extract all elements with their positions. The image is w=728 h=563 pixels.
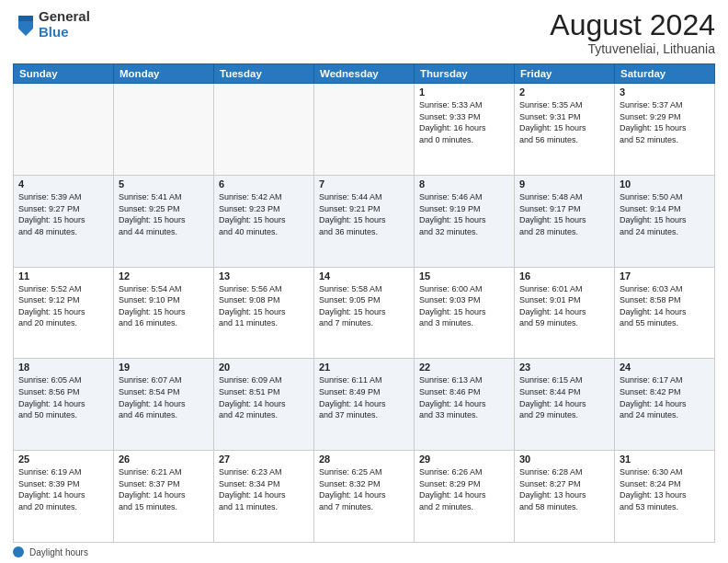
calendar-cell: [314, 84, 415, 176]
calendar-cell: 24Sunrise: 6:17 AM Sunset: 8:42 PM Dayli…: [615, 359, 715, 451]
day-info: Sunrise: 6:07 AM Sunset: 8:54 PM Dayligh…: [119, 374, 209, 420]
calendar-cell: 13Sunrise: 5:56 AM Sunset: 9:08 PM Dayli…: [214, 267, 314, 359]
logo-text: General Blue: [39, 9, 90, 40]
day-info: Sunrise: 6:00 AM Sunset: 9:03 PM Dayligh…: [419, 283, 509, 329]
header: General Blue August 2024 Tytuveneliai, L…: [13, 9, 715, 56]
calendar-cell: 29Sunrise: 6:26 AM Sunset: 8:29 PM Dayli…: [415, 451, 515, 543]
day-info: Sunrise: 6:13 AM Sunset: 8:46 PM Dayligh…: [419, 374, 509, 420]
day-info: Sunrise: 5:33 AM Sunset: 9:33 PM Dayligh…: [419, 99, 509, 145]
day-info: Sunrise: 5:35 AM Sunset: 9:31 PM Dayligh…: [519, 99, 609, 145]
day-info: Sunrise: 5:42 AM Sunset: 9:23 PM Dayligh…: [219, 191, 309, 237]
calendar-cell: 27Sunrise: 6:23 AM Sunset: 8:34 PM Dayli…: [214, 451, 314, 543]
calendar-cell: 19Sunrise: 6:07 AM Sunset: 8:54 PM Dayli…: [114, 359, 214, 451]
calendar-cell: 11Sunrise: 5:52 AM Sunset: 9:12 PM Dayli…: [14, 267, 114, 359]
day-number: 15: [419, 270, 509, 282]
day-number: 8: [419, 178, 509, 190]
day-info: Sunrise: 6:01 AM Sunset: 9:01 PM Dayligh…: [519, 283, 609, 329]
weekday-header: Monday: [114, 64, 214, 84]
calendar-cell: 23Sunrise: 6:15 AM Sunset: 8:44 PM Dayli…: [515, 359, 615, 451]
day-info: Sunrise: 6:28 AM Sunset: 8:27 PM Dayligh…: [519, 466, 609, 512]
day-number: 3: [620, 86, 710, 98]
day-number: 4: [18, 178, 108, 190]
weekday-header: Tuesday: [214, 64, 314, 84]
day-number: 11: [18, 270, 108, 282]
calendar-cell: 31Sunrise: 6:30 AM Sunset: 8:24 PM Dayli…: [615, 451, 715, 543]
day-info: Sunrise: 5:46 AM Sunset: 9:19 PM Dayligh…: [419, 191, 509, 237]
calendar-cell: 9Sunrise: 5:48 AM Sunset: 9:17 PM Daylig…: [515, 175, 615, 267]
day-number: 5: [119, 178, 209, 190]
weekday-header: Sunday: [14, 64, 114, 84]
day-info: Sunrise: 6:26 AM Sunset: 8:29 PM Dayligh…: [419, 466, 509, 512]
day-info: Sunrise: 5:56 AM Sunset: 9:08 PM Dayligh…: [219, 283, 309, 329]
day-number: 24: [620, 362, 710, 373]
day-info: Sunrise: 6:30 AM Sunset: 8:24 PM Dayligh…: [620, 466, 710, 512]
footer-dot-icon: [13, 546, 24, 557]
day-info: Sunrise: 5:50 AM Sunset: 9:14 PM Dayligh…: [620, 191, 710, 237]
calendar-cell: 17Sunrise: 6:03 AM Sunset: 8:58 PM Dayli…: [615, 267, 715, 359]
calendar-cell: 4Sunrise: 5:39 AM Sunset: 9:27 PM Daylig…: [14, 175, 114, 267]
weekday-header: Wednesday: [314, 64, 415, 84]
calendar-cell: 20Sunrise: 6:09 AM Sunset: 8:51 PM Dayli…: [214, 359, 314, 451]
footer-label: Daylight hours: [29, 547, 88, 557]
day-info: Sunrise: 5:39 AM Sunset: 9:27 PM Dayligh…: [18, 191, 108, 237]
calendar-cell: 6Sunrise: 5:42 AM Sunset: 9:23 PM Daylig…: [214, 175, 314, 267]
calendar-cell: 18Sunrise: 6:05 AM Sunset: 8:56 PM Dayli…: [14, 359, 114, 451]
day-info: Sunrise: 5:41 AM Sunset: 9:25 PM Dayligh…: [119, 191, 209, 237]
day-number: 16: [519, 270, 609, 282]
day-number: 21: [319, 362, 409, 373]
calendar-cell: 28Sunrise: 6:25 AM Sunset: 8:32 PM Dayli…: [314, 451, 415, 543]
calendar-cell: [114, 84, 214, 176]
day-info: Sunrise: 5:52 AM Sunset: 9:12 PM Dayligh…: [18, 283, 108, 329]
day-info: Sunrise: 6:25 AM Sunset: 8:32 PM Dayligh…: [319, 466, 409, 512]
day-number: 30: [519, 454, 609, 465]
day-info: Sunrise: 5:44 AM Sunset: 9:21 PM Dayligh…: [319, 191, 409, 237]
calendar-cell: 21Sunrise: 6:11 AM Sunset: 8:49 PM Dayli…: [314, 359, 415, 451]
day-number: 27: [219, 454, 309, 465]
day-number: 10: [620, 178, 710, 190]
calendar-cell: [14, 84, 114, 176]
calendar-cell: 1Sunrise: 5:33 AM Sunset: 9:33 PM Daylig…: [415, 84, 515, 176]
calendar-week-row: 11Sunrise: 5:52 AM Sunset: 9:12 PM Dayli…: [14, 267, 715, 359]
calendar-cell: 7Sunrise: 5:44 AM Sunset: 9:21 PM Daylig…: [314, 175, 415, 267]
day-number: 13: [219, 270, 309, 282]
day-number: 20: [219, 362, 309, 373]
day-info: Sunrise: 6:19 AM Sunset: 8:39 PM Dayligh…: [18, 466, 108, 512]
day-info: Sunrise: 6:03 AM Sunset: 8:58 PM Dayligh…: [620, 283, 710, 329]
day-info: Sunrise: 5:58 AM Sunset: 9:05 PM Dayligh…: [319, 283, 409, 329]
calendar-table: SundayMondayTuesdayWednesdayThursdayFrid…: [13, 63, 715, 543]
calendar-week-row: 1Sunrise: 5:33 AM Sunset: 9:33 PM Daylig…: [14, 84, 715, 176]
logo-icon: [15, 12, 37, 38]
logo-general-label: General: [39, 9, 90, 25]
day-number: 6: [219, 178, 309, 190]
day-number: 7: [319, 178, 409, 190]
weekday-header: Saturday: [615, 64, 715, 84]
day-number: 22: [419, 362, 509, 373]
day-number: 9: [519, 178, 609, 190]
day-number: 14: [319, 270, 409, 282]
calendar-cell: 22Sunrise: 6:13 AM Sunset: 8:46 PM Dayli…: [415, 359, 515, 451]
day-number: 19: [119, 362, 209, 373]
day-info: Sunrise: 5:48 AM Sunset: 9:17 PM Dayligh…: [519, 191, 609, 237]
weekday-header-row: SundayMondayTuesdayWednesdayThursdayFrid…: [14, 64, 715, 84]
calendar-cell: 14Sunrise: 5:58 AM Sunset: 9:05 PM Dayli…: [314, 267, 415, 359]
day-info: Sunrise: 6:11 AM Sunset: 8:49 PM Dayligh…: [319, 374, 409, 420]
svg-marker-1: [18, 16, 33, 21]
day-number: 26: [119, 454, 209, 465]
day-number: 1: [419, 86, 509, 98]
day-number: 23: [519, 362, 609, 373]
day-number: 29: [419, 454, 509, 465]
weekday-header: Thursday: [415, 64, 515, 84]
day-number: 18: [18, 362, 108, 373]
title-block: August 2024 Tytuveneliai, Lithuania: [550, 9, 715, 56]
logo: General Blue: [13, 9, 90, 40]
day-info: Sunrise: 6:15 AM Sunset: 8:44 PM Dayligh…: [519, 374, 609, 420]
day-number: 2: [519, 86, 609, 98]
calendar-week-row: 25Sunrise: 6:19 AM Sunset: 8:39 PM Dayli…: [14, 451, 715, 543]
calendar-cell: 2Sunrise: 5:35 AM Sunset: 9:31 PM Daylig…: [515, 84, 615, 176]
day-info: Sunrise: 5:54 AM Sunset: 9:10 PM Dayligh…: [119, 283, 209, 329]
day-info: Sunrise: 6:17 AM Sunset: 8:42 PM Dayligh…: [620, 374, 710, 420]
day-number: 25: [18, 454, 108, 465]
sub-title: Tytuveneliai, Lithuania: [550, 41, 715, 56]
calendar-cell: 12Sunrise: 5:54 AM Sunset: 9:10 PM Dayli…: [114, 267, 214, 359]
weekday-header: Friday: [515, 64, 615, 84]
